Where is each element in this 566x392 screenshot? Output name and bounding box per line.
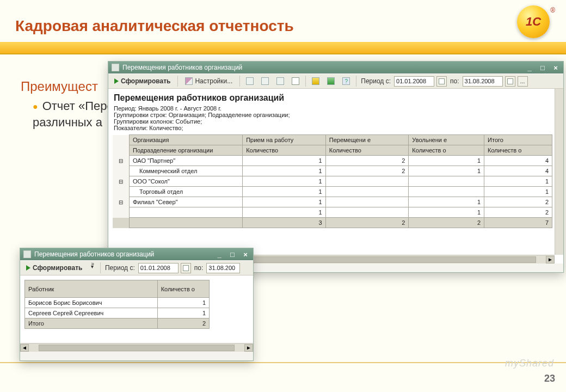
- col-move: Перемещени е: [325, 135, 409, 145]
- report-content: Работник Количеств о Борисов Борис Борис…: [20, 275, 253, 352]
- toolbar-icon-4[interactable]: [289, 75, 302, 87]
- calendar-icon: [507, 78, 513, 84]
- cell-value: 2: [484, 197, 552, 207]
- cell-label: Филиал "Север": [130, 197, 243, 207]
- report-heading: Перемещения работников организаций: [114, 93, 558, 103]
- page-title: Кадровая аналитическая отчетность: [15, 17, 294, 35]
- close-button[interactable]: ×: [241, 250, 250, 258]
- titlebar[interactable]: Перемещения работников организаций _ □ ×: [20, 248, 253, 260]
- scroll-left-button[interactable]: ◄: [20, 344, 29, 352]
- period-from-label: Период с:: [104, 264, 136, 272]
- settings-button-label: Настройки...: [195, 77, 232, 85]
- settings-button[interactable]: Настройки...: [181, 75, 236, 87]
- cell-value: 1: [409, 166, 484, 176]
- toolbar: Сформировать Настройки... ? Период с: по…: [108, 74, 563, 89]
- table-header-row-1: Организация Прием на работу Перемещени е…: [113, 135, 552, 145]
- toolbar-icon-2[interactable]: [259, 75, 272, 87]
- col-total-qty: Количеств о: [484, 145, 552, 156]
- col-hire: Прием на работу: [243, 135, 326, 145]
- period-more-button[interactable]: ...: [518, 76, 528, 87]
- section-subtitle: Преимущест: [21, 79, 98, 94]
- cell-value: 1: [484, 176, 552, 187]
- report-meta-col-groups: Группировки колонок: Событие;: [114, 118, 558, 125]
- form-button-label: Сформировать: [33, 264, 82, 272]
- tree-toggle: [113, 187, 130, 197]
- table-header-row: Работник Количеств о: [25, 280, 210, 298]
- toolbar-icon-1[interactable]: [243, 75, 256, 87]
- calendar-icon: [292, 77, 299, 85]
- table-row: Коммерческий отдел1214: [113, 166, 552, 176]
- cell-value: 1: [243, 187, 326, 197]
- toolbar-icon-3[interactable]: [274, 75, 287, 87]
- date-from-input[interactable]: [138, 263, 179, 273]
- wrench-icon: [185, 77, 193, 85]
- tree-toggle: [113, 207, 130, 218]
- col-hire-qty: Количество: [243, 145, 326, 156]
- vertical-scrollbar[interactable]: [555, 89, 563, 255]
- date-from-picker-button[interactable]: [181, 263, 191, 273]
- col-total: Итого: [484, 135, 552, 145]
- cell-value: 1: [409, 197, 484, 207]
- report-table: Организация Прием на работу Перемещени е…: [113, 134, 552, 228]
- help-button[interactable]: ?: [340, 75, 353, 87]
- date-from-input[interactable]: [394, 76, 434, 87]
- col-fire: Увольнени е: [409, 135, 484, 145]
- date-from-picker-button[interactable]: [436, 76, 447, 87]
- funnel-icon: [276, 77, 284, 85]
- cell-label: [130, 207, 243, 218]
- table-row: ⊟Филиал "Север"112: [113, 197, 552, 207]
- filter-icon: [261, 77, 269, 85]
- report-table-small: Работник Количеств о Борисов Борис Борис…: [24, 280, 210, 329]
- col-qty: Количеств о: [157, 280, 209, 298]
- period-from-label: Период с:: [360, 77, 392, 85]
- col-dept: Подразделение организации: [130, 145, 243, 156]
- toolbar-icon-5[interactable]: [309, 75, 322, 87]
- toolbar-icon-6[interactable]: [324, 75, 337, 87]
- close-button[interactable]: ×: [551, 64, 560, 71]
- window-title: Перемещения работников организаций: [122, 64, 242, 71]
- period-to-label: по:: [193, 264, 205, 272]
- minimize-button[interactable]: _: [215, 250, 224, 258]
- logo-circle: 1С: [517, 5, 550, 38]
- report-content: Перемещения работников организаций Перио…: [108, 89, 563, 264]
- logo-registered: ®: [550, 7, 555, 14]
- cell-label: Коммерческий отдел: [130, 166, 243, 176]
- tree-toggle[interactable]: ⊟: [113, 176, 130, 187]
- form-button[interactable]: Сформировать: [110, 75, 174, 87]
- period-to-label: по:: [449, 77, 460, 85]
- cell-value: 4: [484, 156, 552, 166]
- maximize-button[interactable]: □: [228, 250, 237, 258]
- table-row: ⊟ООО "Сокол"11: [113, 176, 552, 187]
- toolbar-more-button[interactable]: »▾: [88, 262, 97, 274]
- tree-toggle[interactable]: ⊟: [113, 197, 130, 207]
- table-row: Борисов Борис Борисович1: [25, 298, 210, 308]
- titlebar[interactable]: Перемещения работников организаций _ □ ×: [108, 62, 563, 74]
- tree-toggle: [113, 166, 130, 176]
- scroll-right-button[interactable]: ►: [244, 344, 253, 352]
- minimize-button[interactable]: _: [525, 64, 534, 71]
- scroll-thumb[interactable]: [39, 345, 235, 351]
- report-meta-measures: Показатели: Количество;: [114, 125, 558, 131]
- cell-value: 1: [409, 156, 484, 166]
- calendar-icon: [439, 78, 445, 84]
- cell-value: [325, 176, 409, 187]
- cell-value: 2: [325, 156, 409, 166]
- calendar-icon: [183, 265, 189, 271]
- table-row: Сергеев Сергей Сергеевич1: [25, 308, 210, 318]
- date-to-picker-button[interactable]: [505, 76, 515, 87]
- tree-toggle[interactable]: ⊟: [113, 156, 130, 166]
- horizontal-scrollbar[interactable]: ◄ ►: [20, 343, 253, 352]
- cell-value: [325, 207, 409, 218]
- cell-value: 1: [243, 166, 326, 176]
- form-button[interactable]: Сформировать: [22, 262, 86, 274]
- col-worker: Работник: [25, 280, 158, 298]
- cell-value: 2: [325, 166, 409, 176]
- app-icon: [23, 250, 31, 258]
- cell-value: 1: [243, 197, 326, 207]
- maximize-button[interactable]: □: [538, 64, 547, 71]
- help-icon: ?: [342, 77, 350, 85]
- date-to-input[interactable]: [463, 76, 503, 87]
- scroll-right-button[interactable]: ►: [546, 256, 555, 264]
- date-to-input[interactable]: [206, 263, 240, 273]
- cell-value: 2: [484, 207, 552, 218]
